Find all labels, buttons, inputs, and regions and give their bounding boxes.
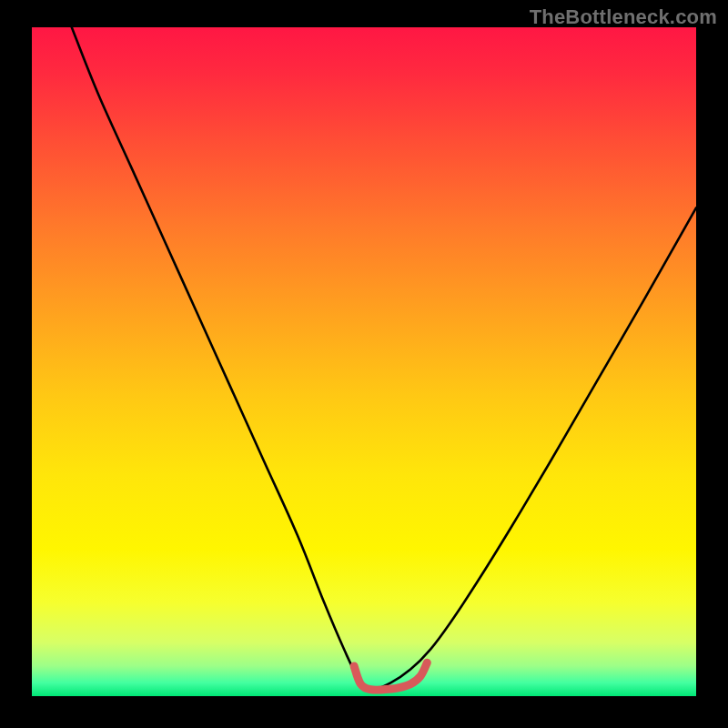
bottleneck-chart <box>32 27 696 696</box>
watermark-label: TheBottleneck.com <box>530 5 717 29</box>
plot-area <box>32 27 696 696</box>
chart-frame: TheBottleneck.com <box>0 0 728 728</box>
gradient-background <box>32 27 696 696</box>
